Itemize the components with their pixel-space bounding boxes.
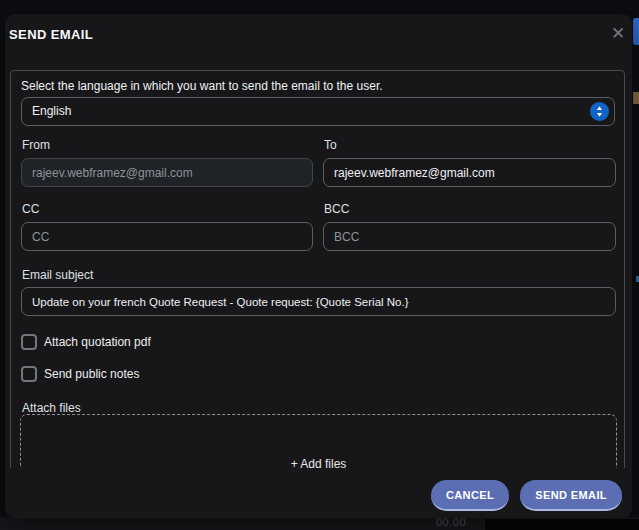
from-input [21, 158, 313, 187]
close-button[interactable]: ✕ [606, 22, 630, 46]
background-dark-panel [485, 519, 639, 530]
send-public-notes-checkbox[interactable] [21, 366, 37, 382]
cc-input[interactable] [21, 222, 313, 251]
to-input[interactable] [323, 158, 616, 187]
to-label: To [324, 138, 337, 152]
email-subject-label: Email subject [22, 268, 93, 282]
from-label: From [22, 138, 50, 152]
attach-files-label: Attach files [22, 401, 81, 415]
page-background: 00.00 SEND EMAIL ✕ Select the language i… [0, 0, 639, 530]
attach-quotation-pdf-label: Attach quotation pdf [44, 335, 151, 349]
email-form-container: Select the language in which you want to… [10, 70, 625, 511]
cc-label: CC [22, 202, 39, 216]
bcc-input[interactable] [323, 222, 616, 251]
dialog-title: SEND EMAIL [9, 27, 93, 42]
language-prompt: Select the language in which you want to… [21, 79, 383, 93]
cancel-button[interactable]: CANCEL [431, 480, 509, 511]
language-selected-value: English [32, 98, 71, 125]
updown-arrows-icon[interactable] [590, 102, 609, 121]
send-public-notes-label: Send public notes [44, 367, 139, 381]
send-email-button[interactable]: SEND EMAIL [520, 480, 622, 511]
background-row-fragment [633, 92, 639, 104]
bcc-label: BCC [324, 202, 349, 216]
close-icon: ✕ [611, 24, 625, 43]
attach-quotation-pdf-checkbox[interactable] [21, 334, 37, 350]
email-subject-input[interactable] [21, 287, 616, 316]
language-select[interactable]: English [21, 97, 615, 126]
dialog-actions: CANCEL SEND EMAIL [5, 468, 632, 518]
background-button-fragment [633, 18, 639, 45]
send-email-dialog: SEND EMAIL ✕ Select the language in whic… [5, 14, 632, 518]
